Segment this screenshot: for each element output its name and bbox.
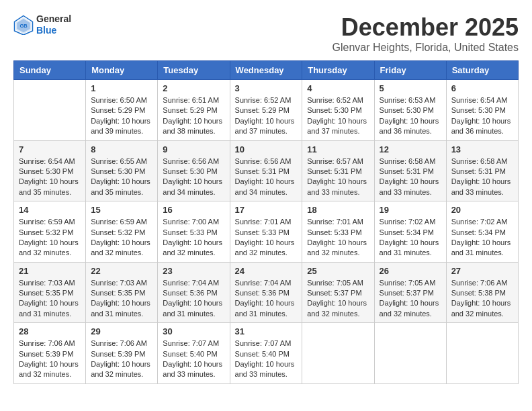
calendar-cell: 25Sunrise: 7:05 AM Sunset: 5:37 PM Dayli… bbox=[302, 262, 374, 323]
day-info: Sunrise: 6:59 AM Sunset: 5:32 PM Dayligh… bbox=[19, 217, 81, 259]
day-info: Sunrise: 6:56 AM Sunset: 5:30 PM Dayligh… bbox=[163, 156, 224, 198]
day-info: Sunrise: 6:53 AM Sunset: 5:30 PM Dayligh… bbox=[380, 95, 441, 137]
calendar-cell bbox=[302, 323, 374, 384]
day-info: Sunrise: 7:03 AM Sunset: 5:35 PM Dayligh… bbox=[91, 278, 152, 320]
day-info: Sunrise: 7:07 AM Sunset: 5:40 PM Dayligh… bbox=[235, 338, 298, 380]
calendar-cell: 10Sunrise: 6:56 AM Sunset: 5:31 PM Dayli… bbox=[230, 140, 302, 201]
logo-text: General Blue bbox=[36, 13, 71, 36]
day-info: Sunrise: 7:05 AM Sunset: 5:37 PM Dayligh… bbox=[380, 278, 441, 320]
day-number: 29 bbox=[91, 326, 152, 336]
day-info: Sunrise: 7:02 AM Sunset: 5:34 PM Dayligh… bbox=[451, 217, 513, 259]
day-info: Sunrise: 6:56 AM Sunset: 5:31 PM Dayligh… bbox=[235, 156, 298, 198]
calendar-cell: 4Sunrise: 6:52 AM Sunset: 5:30 PM Daylig… bbox=[302, 80, 374, 141]
day-info: Sunrise: 7:06 AM Sunset: 5:39 PM Dayligh… bbox=[19, 338, 81, 380]
day-info: Sunrise: 7:01 AM Sunset: 5:33 PM Dayligh… bbox=[307, 217, 369, 259]
day-number: 30 bbox=[163, 326, 224, 336]
page-header: GB General Blue December 2025 Glenvar He… bbox=[13, 13, 519, 54]
calendar-cell: 27Sunrise: 7:06 AM Sunset: 5:38 PM Dayli… bbox=[446, 262, 518, 323]
day-info: Sunrise: 7:06 AM Sunset: 5:38 PM Dayligh… bbox=[451, 278, 513, 320]
calendar-cell bbox=[14, 80, 86, 141]
day-number: 22 bbox=[91, 266, 152, 276]
day-info: Sunrise: 7:07 AM Sunset: 5:40 PM Dayligh… bbox=[163, 338, 224, 380]
day-number: 5 bbox=[380, 83, 441, 93]
day-number: 10 bbox=[235, 144, 298, 154]
header-friday: Friday bbox=[374, 61, 446, 80]
calendar-cell: 29Sunrise: 7:06 AM Sunset: 5:39 PM Dayli… bbox=[86, 323, 158, 384]
day-number: 6 bbox=[451, 83, 513, 93]
day-info: Sunrise: 6:54 AM Sunset: 5:30 PM Dayligh… bbox=[19, 156, 81, 198]
calendar-cell: 1Sunrise: 6:50 AM Sunset: 5:29 PM Daylig… bbox=[86, 80, 158, 141]
day-number: 1 bbox=[91, 83, 152, 93]
day-info: Sunrise: 6:54 AM Sunset: 5:30 PM Dayligh… bbox=[451, 95, 513, 137]
calendar-cell: 2Sunrise: 6:51 AM Sunset: 5:29 PM Daylig… bbox=[158, 80, 230, 141]
calendar-cell: 11Sunrise: 6:57 AM Sunset: 5:31 PM Dayli… bbox=[302, 140, 374, 201]
calendar-cell: 12Sunrise: 6:58 AM Sunset: 5:31 PM Dayli… bbox=[374, 140, 446, 201]
day-info: Sunrise: 7:05 AM Sunset: 5:37 PM Dayligh… bbox=[307, 278, 369, 320]
header-saturday: Saturday bbox=[446, 61, 518, 80]
day-info: Sunrise: 7:04 AM Sunset: 5:36 PM Dayligh… bbox=[163, 278, 224, 320]
calendar-cell: 8Sunrise: 6:55 AM Sunset: 5:30 PM Daylig… bbox=[86, 140, 158, 201]
day-number: 21 bbox=[19, 266, 81, 276]
day-info: Sunrise: 6:52 AM Sunset: 5:30 PM Dayligh… bbox=[307, 95, 369, 137]
day-number: 28 bbox=[19, 326, 81, 336]
day-number: 12 bbox=[380, 144, 441, 154]
day-number: 13 bbox=[451, 144, 513, 154]
day-number: 9 bbox=[163, 144, 224, 154]
day-number: 16 bbox=[163, 205, 224, 215]
calendar-cell: 21Sunrise: 7:03 AM Sunset: 5:35 PM Dayli… bbox=[14, 262, 86, 323]
logo-icon: GB bbox=[13, 15, 34, 35]
calendar-cell: 22Sunrise: 7:03 AM Sunset: 5:35 PM Dayli… bbox=[86, 262, 158, 323]
day-info: Sunrise: 6:58 AM Sunset: 5:31 PM Dayligh… bbox=[451, 156, 513, 198]
header-thursday: Thursday bbox=[302, 61, 374, 80]
calendar-cell: 7Sunrise: 6:54 AM Sunset: 5:30 PM Daylig… bbox=[14, 140, 86, 201]
day-info: Sunrise: 7:03 AM Sunset: 5:35 PM Dayligh… bbox=[19, 278, 81, 320]
calendar-cell: 9Sunrise: 6:56 AM Sunset: 5:30 PM Daylig… bbox=[158, 140, 230, 201]
day-number: 15 bbox=[91, 205, 152, 215]
day-number: 17 bbox=[235, 205, 298, 215]
day-info: Sunrise: 6:50 AM Sunset: 5:29 PM Dayligh… bbox=[91, 95, 152, 137]
calendar-cell: 16Sunrise: 7:00 AM Sunset: 5:33 PM Dayli… bbox=[158, 201, 230, 263]
day-number: 27 bbox=[451, 266, 513, 276]
calendar-cell: 5Sunrise: 6:53 AM Sunset: 5:30 PM Daylig… bbox=[374, 80, 446, 141]
day-info: Sunrise: 7:01 AM Sunset: 5:33 PM Dayligh… bbox=[235, 217, 298, 259]
month-title: December 2025 bbox=[332, 13, 519, 42]
calendar-week-row: 28Sunrise: 7:06 AM Sunset: 5:39 PM Dayli… bbox=[14, 323, 519, 384]
day-info: Sunrise: 7:00 AM Sunset: 5:33 PM Dayligh… bbox=[163, 217, 224, 259]
day-number: 23 bbox=[163, 266, 224, 276]
header-monday: Monday bbox=[86, 61, 158, 80]
calendar-cell: 23Sunrise: 7:04 AM Sunset: 5:36 PM Dayli… bbox=[158, 262, 230, 323]
day-number: 3 bbox=[235, 83, 298, 93]
day-number: 2 bbox=[163, 83, 224, 93]
day-info: Sunrise: 6:57 AM Sunset: 5:31 PM Dayligh… bbox=[307, 156, 369, 198]
header-sunday: Sunday bbox=[14, 61, 86, 80]
calendar-cell: 20Sunrise: 7:02 AM Sunset: 5:34 PM Dayli… bbox=[446, 201, 518, 263]
day-number: 8 bbox=[91, 144, 152, 154]
calendar-cell: 6Sunrise: 6:54 AM Sunset: 5:30 PM Daylig… bbox=[446, 80, 518, 141]
calendar-cell: 28Sunrise: 7:06 AM Sunset: 5:39 PM Dayli… bbox=[14, 323, 86, 384]
day-info: Sunrise: 6:59 AM Sunset: 5:32 PM Dayligh… bbox=[91, 217, 152, 259]
calendar-cell bbox=[374, 323, 446, 384]
logo: GB General Blue bbox=[13, 13, 71, 36]
calendar-cell: 14Sunrise: 6:59 AM Sunset: 5:32 PM Dayli… bbox=[14, 201, 86, 263]
day-number: 14 bbox=[19, 205, 81, 215]
calendar-week-row: 14Sunrise: 6:59 AM Sunset: 5:32 PM Dayli… bbox=[14, 201, 519, 263]
calendar-cell: 13Sunrise: 6:58 AM Sunset: 5:31 PM Dayli… bbox=[446, 140, 518, 201]
logo-general: General bbox=[36, 13, 71, 24]
logo-blue: Blue bbox=[36, 25, 56, 36]
calendar-cell: 24Sunrise: 7:04 AM Sunset: 5:36 PM Dayli… bbox=[230, 262, 302, 323]
day-info: Sunrise: 7:02 AM Sunset: 5:34 PM Dayligh… bbox=[380, 217, 441, 259]
day-info: Sunrise: 7:04 AM Sunset: 5:36 PM Dayligh… bbox=[235, 278, 298, 320]
calendar-cell: 19Sunrise: 7:02 AM Sunset: 5:34 PM Dayli… bbox=[374, 201, 446, 263]
header-tuesday: Tuesday bbox=[158, 61, 230, 80]
location-title: Glenvar Heights, Florida, United States bbox=[332, 42, 519, 54]
calendar-cell: 3Sunrise: 6:52 AM Sunset: 5:29 PM Daylig… bbox=[230, 80, 302, 141]
calendar-week-row: 21Sunrise: 7:03 AM Sunset: 5:35 PM Dayli… bbox=[14, 262, 519, 323]
day-number: 7 bbox=[19, 144, 81, 154]
day-info: Sunrise: 6:55 AM Sunset: 5:30 PM Dayligh… bbox=[91, 156, 152, 198]
header-wednesday: Wednesday bbox=[230, 61, 302, 80]
day-number: 20 bbox=[451, 205, 513, 215]
calendar-cell: 30Sunrise: 7:07 AM Sunset: 5:40 PM Dayli… bbox=[158, 323, 230, 384]
day-number: 18 bbox=[307, 205, 369, 215]
day-number: 4 bbox=[307, 83, 369, 93]
calendar-cell: 18Sunrise: 7:01 AM Sunset: 5:33 PM Dayli… bbox=[302, 201, 374, 263]
